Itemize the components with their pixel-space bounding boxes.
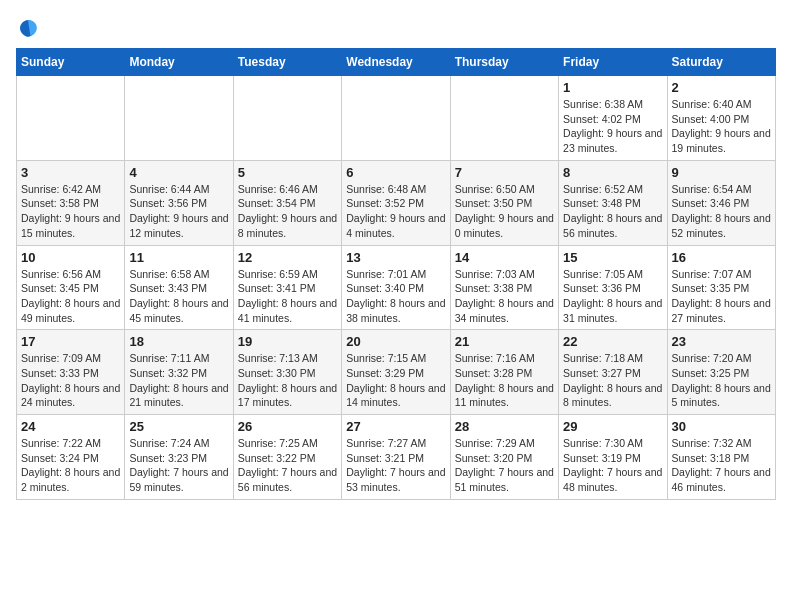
day-number: 21	[455, 334, 554, 349]
calendar-table: SundayMondayTuesdayWednesdayThursdayFrid…	[16, 48, 776, 500]
day-cell-21: 21Sunrise: 7:16 AM Sunset: 3:28 PM Dayli…	[450, 330, 558, 415]
day-number: 28	[455, 419, 554, 434]
day-detail: Sunrise: 6:48 AM Sunset: 3:52 PM Dayligh…	[346, 182, 445, 241]
empty-cell	[233, 76, 341, 161]
day-cell-25: 25Sunrise: 7:24 AM Sunset: 3:23 PM Dayli…	[125, 415, 233, 500]
day-detail: Sunrise: 7:29 AM Sunset: 3:20 PM Dayligh…	[455, 436, 554, 495]
day-detail: Sunrise: 7:30 AM Sunset: 3:19 PM Dayligh…	[563, 436, 662, 495]
day-cell-17: 17Sunrise: 7:09 AM Sunset: 3:33 PM Dayli…	[17, 330, 125, 415]
day-number: 17	[21, 334, 120, 349]
day-cell-9: 9Sunrise: 6:54 AM Sunset: 3:46 PM Daylig…	[667, 160, 775, 245]
day-cell-6: 6Sunrise: 6:48 AM Sunset: 3:52 PM Daylig…	[342, 160, 450, 245]
day-cell-29: 29Sunrise: 7:30 AM Sunset: 3:19 PM Dayli…	[559, 415, 667, 500]
day-number: 14	[455, 250, 554, 265]
weekday-header-monday: Monday	[125, 49, 233, 76]
empty-cell	[450, 76, 558, 161]
day-detail: Sunrise: 7:03 AM Sunset: 3:38 PM Dayligh…	[455, 267, 554, 326]
day-detail: Sunrise: 7:11 AM Sunset: 3:32 PM Dayligh…	[129, 351, 228, 410]
page-header	[16, 16, 776, 40]
day-number: 16	[672, 250, 771, 265]
day-cell-15: 15Sunrise: 7:05 AM Sunset: 3:36 PM Dayli…	[559, 245, 667, 330]
day-detail: Sunrise: 7:27 AM Sunset: 3:21 PM Dayligh…	[346, 436, 445, 495]
day-number: 1	[563, 80, 662, 95]
empty-cell	[342, 76, 450, 161]
day-cell-27: 27Sunrise: 7:27 AM Sunset: 3:21 PM Dayli…	[342, 415, 450, 500]
week-row-1: 3Sunrise: 6:42 AM Sunset: 3:58 PM Daylig…	[17, 160, 776, 245]
day-number: 24	[21, 419, 120, 434]
empty-cell	[17, 76, 125, 161]
day-detail: Sunrise: 7:18 AM Sunset: 3:27 PM Dayligh…	[563, 351, 662, 410]
day-cell-12: 12Sunrise: 6:59 AM Sunset: 3:41 PM Dayli…	[233, 245, 341, 330]
day-detail: Sunrise: 7:07 AM Sunset: 3:35 PM Dayligh…	[672, 267, 771, 326]
empty-cell	[125, 76, 233, 161]
day-cell-7: 7Sunrise: 6:50 AM Sunset: 3:50 PM Daylig…	[450, 160, 558, 245]
day-cell-23: 23Sunrise: 7:20 AM Sunset: 3:25 PM Dayli…	[667, 330, 775, 415]
day-number: 25	[129, 419, 228, 434]
day-detail: Sunrise: 6:58 AM Sunset: 3:43 PM Dayligh…	[129, 267, 228, 326]
day-detail: Sunrise: 7:09 AM Sunset: 3:33 PM Dayligh…	[21, 351, 120, 410]
day-number: 30	[672, 419, 771, 434]
day-cell-5: 5Sunrise: 6:46 AM Sunset: 3:54 PM Daylig…	[233, 160, 341, 245]
day-detail: Sunrise: 7:13 AM Sunset: 3:30 PM Dayligh…	[238, 351, 337, 410]
day-number: 7	[455, 165, 554, 180]
day-number: 18	[129, 334, 228, 349]
day-cell-22: 22Sunrise: 7:18 AM Sunset: 3:27 PM Dayli…	[559, 330, 667, 415]
day-cell-20: 20Sunrise: 7:15 AM Sunset: 3:29 PM Dayli…	[342, 330, 450, 415]
day-detail: Sunrise: 6:54 AM Sunset: 3:46 PM Dayligh…	[672, 182, 771, 241]
day-number: 26	[238, 419, 337, 434]
day-cell-28: 28Sunrise: 7:29 AM Sunset: 3:20 PM Dayli…	[450, 415, 558, 500]
day-number: 12	[238, 250, 337, 265]
day-cell-2: 2Sunrise: 6:40 AM Sunset: 4:00 PM Daylig…	[667, 76, 775, 161]
day-number: 11	[129, 250, 228, 265]
day-detail: Sunrise: 6:46 AM Sunset: 3:54 PM Dayligh…	[238, 182, 337, 241]
day-cell-13: 13Sunrise: 7:01 AM Sunset: 3:40 PM Dayli…	[342, 245, 450, 330]
day-detail: Sunrise: 6:40 AM Sunset: 4:00 PM Dayligh…	[672, 97, 771, 156]
weekday-header-wednesday: Wednesday	[342, 49, 450, 76]
day-detail: Sunrise: 6:52 AM Sunset: 3:48 PM Dayligh…	[563, 182, 662, 241]
weekday-header-row: SundayMondayTuesdayWednesdayThursdayFrid…	[17, 49, 776, 76]
day-number: 19	[238, 334, 337, 349]
day-cell-8: 8Sunrise: 6:52 AM Sunset: 3:48 PM Daylig…	[559, 160, 667, 245]
weekday-header-tuesday: Tuesday	[233, 49, 341, 76]
day-detail: Sunrise: 7:25 AM Sunset: 3:22 PM Dayligh…	[238, 436, 337, 495]
logo	[16, 16, 44, 40]
day-number: 3	[21, 165, 120, 180]
day-number: 27	[346, 419, 445, 434]
weekday-header-saturday: Saturday	[667, 49, 775, 76]
day-number: 9	[672, 165, 771, 180]
day-cell-4: 4Sunrise: 6:44 AM Sunset: 3:56 PM Daylig…	[125, 160, 233, 245]
day-detail: Sunrise: 7:32 AM Sunset: 3:18 PM Dayligh…	[672, 436, 771, 495]
weekday-header-friday: Friday	[559, 49, 667, 76]
day-detail: Sunrise: 6:44 AM Sunset: 3:56 PM Dayligh…	[129, 182, 228, 241]
day-cell-1: 1Sunrise: 6:38 AM Sunset: 4:02 PM Daylig…	[559, 76, 667, 161]
week-row-4: 24Sunrise: 7:22 AM Sunset: 3:24 PM Dayli…	[17, 415, 776, 500]
day-number: 13	[346, 250, 445, 265]
day-detail: Sunrise: 7:20 AM Sunset: 3:25 PM Dayligh…	[672, 351, 771, 410]
day-cell-16: 16Sunrise: 7:07 AM Sunset: 3:35 PM Dayli…	[667, 245, 775, 330]
day-detail: Sunrise: 7:01 AM Sunset: 3:40 PM Dayligh…	[346, 267, 445, 326]
day-cell-3: 3Sunrise: 6:42 AM Sunset: 3:58 PM Daylig…	[17, 160, 125, 245]
logo-icon	[16, 16, 40, 40]
day-detail: Sunrise: 6:56 AM Sunset: 3:45 PM Dayligh…	[21, 267, 120, 326]
day-cell-30: 30Sunrise: 7:32 AM Sunset: 3:18 PM Dayli…	[667, 415, 775, 500]
weekday-header-thursday: Thursday	[450, 49, 558, 76]
week-row-0: 1Sunrise: 6:38 AM Sunset: 4:02 PM Daylig…	[17, 76, 776, 161]
day-number: 20	[346, 334, 445, 349]
day-detail: Sunrise: 7:16 AM Sunset: 3:28 PM Dayligh…	[455, 351, 554, 410]
day-number: 15	[563, 250, 662, 265]
day-cell-18: 18Sunrise: 7:11 AM Sunset: 3:32 PM Dayli…	[125, 330, 233, 415]
day-number: 8	[563, 165, 662, 180]
day-cell-14: 14Sunrise: 7:03 AM Sunset: 3:38 PM Dayli…	[450, 245, 558, 330]
day-detail: Sunrise: 6:50 AM Sunset: 3:50 PM Dayligh…	[455, 182, 554, 241]
day-cell-11: 11Sunrise: 6:58 AM Sunset: 3:43 PM Dayli…	[125, 245, 233, 330]
day-detail: Sunrise: 7:24 AM Sunset: 3:23 PM Dayligh…	[129, 436, 228, 495]
day-detail: Sunrise: 6:42 AM Sunset: 3:58 PM Dayligh…	[21, 182, 120, 241]
day-detail: Sunrise: 6:59 AM Sunset: 3:41 PM Dayligh…	[238, 267, 337, 326]
day-detail: Sunrise: 7:15 AM Sunset: 3:29 PM Dayligh…	[346, 351, 445, 410]
day-number: 5	[238, 165, 337, 180]
day-detail: Sunrise: 7:05 AM Sunset: 3:36 PM Dayligh…	[563, 267, 662, 326]
day-number: 10	[21, 250, 120, 265]
day-cell-19: 19Sunrise: 7:13 AM Sunset: 3:30 PM Dayli…	[233, 330, 341, 415]
day-number: 22	[563, 334, 662, 349]
day-detail: Sunrise: 6:38 AM Sunset: 4:02 PM Dayligh…	[563, 97, 662, 156]
